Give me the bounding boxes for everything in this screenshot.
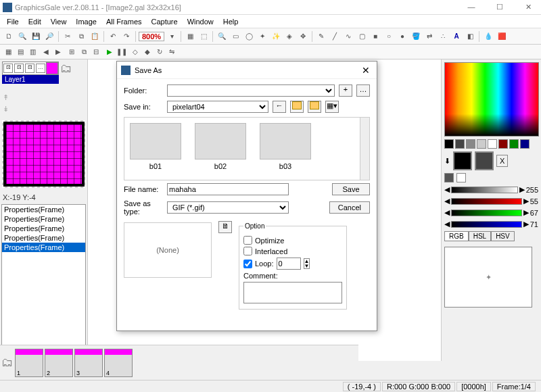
swatch[interactable] (488, 139, 497, 149)
file-item[interactable]: b01 (130, 123, 181, 174)
slider-left-icon[interactable]: ◀ (444, 197, 450, 205)
dialog-close-button[interactable]: ✕ (359, 65, 373, 76)
swatch[interactable] (444, 139, 454, 149)
flip-icon[interactable]: ⇋ (166, 47, 177, 57)
menu-window[interactable]: Window (183, 16, 218, 27)
swatch[interactable] (520, 139, 530, 149)
slider-right-icon[interactable]: ▶ (523, 220, 529, 228)
redo-icon[interactable]: ↷ (120, 30, 133, 43)
snap-icon[interactable]: ⬚ (197, 30, 210, 43)
lasso-icon[interactable]: ✦ (256, 30, 268, 43)
interlaced-checkbox[interactable] (243, 247, 252, 255)
filled-rect-icon[interactable]: ■ (369, 30, 381, 43)
file-browser[interactable]: b01 b02 b03 (124, 117, 370, 180)
curve-icon[interactable]: ∿ (342, 30, 354, 43)
layer-row[interactable]: ⊡⊡⊡… (2, 62, 59, 75)
loop-checkbox[interactable] (243, 260, 252, 268)
onion2-icon[interactable]: ◆ (142, 47, 153, 57)
swap-down-icon[interactable]: ⬇ (444, 157, 450, 166)
cancel-button[interactable]: Cancel (329, 201, 370, 214)
menu-help[interactable]: Help (219, 16, 243, 27)
frames-icon[interactable]: 🗂 (1, 356, 14, 370)
minimize-button[interactable]: — (461, 3, 481, 11)
zoom-level[interactable]: 800% (139, 32, 164, 41)
preview-doc-button[interactable]: 🗎 (218, 221, 232, 233)
list-item[interactable]: Properties(Frame) (2, 233, 85, 243)
replace-icon[interactable]: ⇄ (423, 30, 436, 43)
slider-right-icon[interactable]: ▶ (519, 185, 525, 194)
play-icon[interactable]: ▶ (104, 47, 115, 57)
slider-left-icon[interactable]: ◀ (444, 185, 450, 194)
maximize-button[interactable]: ☐ (490, 3, 510, 11)
new-icon[interactable]: 🗋 (3, 30, 15, 43)
add-folder-button[interactable]: + (339, 84, 352, 97)
eyedrop-icon[interactable]: 💧 (482, 30, 494, 43)
menu-file[interactable]: File (3, 16, 23, 27)
swatch[interactable] (509, 139, 519, 149)
comment-input[interactable] (243, 282, 342, 303)
menu-capture[interactable]: Capture (147, 16, 182, 27)
file-item[interactable]: b03 (260, 123, 311, 174)
optimize-checkbox[interactable] (243, 236, 252, 245)
swatch[interactable] (455, 139, 465, 149)
slider-right-icon[interactable]: ▶ (523, 208, 529, 217)
tab-hsv[interactable]: HSV (491, 231, 515, 241)
filetype-combo[interactable]: GIF (*.gif) (167, 201, 289, 214)
color-icon[interactable]: 🟥 (496, 30, 508, 43)
oval-icon[interactable]: ○ (383, 30, 395, 43)
slider-left-icon[interactable]: ◀ (444, 208, 450, 217)
layer-down-icon[interactable]: ↡ (3, 105, 85, 114)
slider-r[interactable] (451, 198, 522, 205)
frame-thumb[interactable]: 4 (104, 349, 133, 377)
mini-canvas[interactable] (3, 122, 85, 187)
tab-rgb[interactable]: RGB (444, 231, 469, 241)
insert-frame-icon[interactable]: ⊞ (66, 47, 77, 57)
tab-hsl[interactable]: HSL (469, 231, 491, 241)
slider-b[interactable] (451, 221, 522, 228)
color-select-icon[interactable]: ◈ (283, 30, 296, 43)
move-icon[interactable]: ✥ (297, 30, 309, 43)
open-icon[interactable]: 🔍 (16, 30, 28, 43)
zoomin-icon[interactable]: 🔍 (216, 30, 228, 43)
pen-icon[interactable]: ✎ (315, 30, 327, 43)
dup-frame-icon[interactable]: ⧉ (78, 47, 89, 57)
next-frame-icon[interactable]: ▶ (53, 47, 64, 57)
properties-list[interactable]: Properties(Frame) Properties(Frame) Prop… (1, 204, 86, 360)
slider-right-icon[interactable]: ▶ (523, 197, 529, 205)
savein-combo[interactable]: pixelart04 (167, 101, 268, 113)
layer-name[interactable]: Layer1 (2, 75, 59, 84)
up-folder-button[interactable] (290, 101, 304, 113)
menu-view[interactable]: View (47, 16, 71, 27)
color-palette[interactable] (444, 62, 539, 137)
copy-icon[interactable]: ⧉ (75, 30, 87, 43)
bg-color[interactable] (475, 151, 494, 170)
menu-image[interactable]: Image (72, 16, 101, 27)
list-item[interactable]: Properties(Frame) (2, 224, 85, 233)
more-folder-button[interactable]: … (356, 84, 370, 97)
slider-g[interactable] (451, 210, 522, 216)
pause-icon[interactable]: ❚❚ (116, 47, 127, 57)
filled-oval-icon[interactable]: ● (396, 30, 408, 43)
layers-icon[interactable]: 🗂 (60, 62, 72, 76)
file-item[interactable]: b02 (195, 123, 246, 174)
rect-icon[interactable]: ▢ (356, 30, 368, 43)
close-button[interactable]: ✕ (518, 3, 538, 11)
swatch[interactable] (456, 173, 466, 182)
menu-edit[interactable]: Edit (24, 16, 45, 27)
scrollbar[interactable] (360, 118, 369, 180)
layer-up-icon[interactable]: ↟ (3, 93, 85, 102)
swatch[interactable] (498, 139, 508, 149)
line-icon[interactable]: ╱ (329, 30, 341, 43)
save-icon[interactable]: 💾 (30, 30, 42, 43)
paste-icon[interactable]: 📋 (89, 30, 101, 43)
rotate-icon[interactable]: ↻ (154, 47, 165, 57)
frame-thumb[interactable]: 1 (15, 349, 43, 377)
list-item[interactable]: Properties(Frame) (2, 243, 85, 252)
prev-frame-icon[interactable]: ◀ (41, 47, 51, 57)
frame-tool2-icon[interactable]: ▤ (15, 47, 26, 57)
frame-thumb[interactable]: 2 (45, 349, 73, 377)
zoom-down-icon[interactable]: ▾ (166, 30, 178, 43)
list-item[interactable]: Properties(Frame) (2, 205, 85, 214)
select-oval-icon[interactable]: ◯ (243, 30, 255, 43)
cut-icon[interactable]: ✂ (62, 30, 74, 43)
